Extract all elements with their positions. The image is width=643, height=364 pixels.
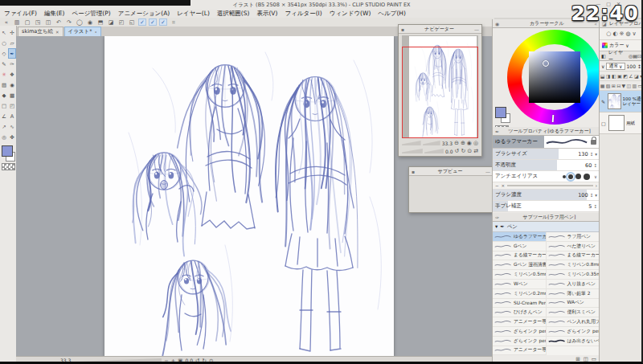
move-layer-tool[interactable]: ✢ (8, 27, 16, 38)
menu-item[interactable]: レイヤー(L) (177, 10, 210, 18)
subtool-item[interactable]: ゆるラフマーカー (493, 232, 547, 242)
text-tool[interactable]: A (8, 111, 16, 121)
canvas-page[interactable] (104, 36, 394, 358)
mask-add-icon[interactable]: ◫ (627, 83, 632, 88)
combine-caret-icon[interactable]: ∨ (601, 63, 604, 69)
opacity-value[interactable]: 60 (585, 162, 592, 169)
subtool-item[interactable]: ざらインク pen (493, 337, 547, 346)
panel-pin-icon[interactable]: ▪ (401, 27, 404, 32)
stabilization-row[interactable]: 手ブレ補正 5 ↕ (493, 201, 600, 212)
navigator-view-rect[interactable] (402, 47, 478, 138)
layer-row-2[interactable]: ▢ 用紙 (600, 112, 643, 134)
subtool-item[interactable]: ミリペン0.5mm (493, 270, 547, 280)
subtool-item[interactable]: はみ出さないペン (547, 337, 600, 346)
brush-density-value[interactable]: 100 (578, 192, 588, 198)
brush-density-row[interactable]: ブラシ濃度 100 ↕ ▾ (493, 190, 600, 201)
subtool-item[interactable]: まる線マーカー濃 (547, 252, 600, 261)
menu-item[interactable]: アニメーション(A) (118, 10, 170, 18)
close-tab-icon[interactable]: • (94, 30, 96, 35)
fill-tool[interactable]: ◆ (0, 90, 8, 100)
snap-special-ruler-button[interactable]: ✓ (149, 18, 157, 26)
blend-mode-select[interactable]: 通常 ∨ (606, 63, 625, 70)
correction-tool[interactable]: ∿ (8, 121, 16, 132)
merge-down-icon[interactable]: ▼ (622, 83, 626, 88)
undo-button[interactable]: ↶ (55, 18, 63, 26)
expression-caret-icon[interactable]: ∨ (625, 43, 629, 48)
subtool-item[interactable]: Gペン (493, 242, 547, 252)
tool-property-tab-icon[interactable]: ✒ (495, 129, 499, 134)
tone-effect-icon[interactable]: ◐ (612, 31, 617, 37)
canvas-fit-button[interactable]: ▣ (178, 358, 182, 364)
lock-icon[interactable] (591, 140, 596, 145)
stepper-icon[interactable]: ↕ (593, 204, 597, 209)
palette-dock-icon[interactable]: ⊡ (637, 53, 641, 59)
collapse-toolbar-icon[interactable]: « (2, 18, 10, 26)
effects-dropdown-icon[interactable]: ∨ (633, 31, 637, 37)
subtool-item[interactable]: ざらインク pen HB (547, 327, 600, 337)
gradient-tool[interactable]: ▩ (8, 90, 16, 100)
layer-thumbnail[interactable] (608, 93, 621, 109)
subtool-item[interactable]: アニメーター専用[7ミリ芯] (493, 317, 547, 327)
subtool-item[interactable]: 薄い鉛筆 2 (547, 289, 600, 299)
panel-menu-icon[interactable]: — (485, 169, 490, 174)
subtool-item[interactable]: 入り抜きペン (547, 280, 600, 289)
sv-selector-dot[interactable] (543, 60, 549, 67)
antialias-strong-button[interactable] (584, 174, 590, 180)
canvas-zoom-out-button[interactable]: − (164, 358, 168, 364)
clear-button[interactable]: ◯ (76, 18, 84, 26)
lock-layer-icon[interactable]: ◧ (612, 73, 616, 79)
group-fold-icon[interactable]: ▾ (495, 223, 498, 230)
frame-border-tool[interactable]: ◰ (8, 100, 16, 111)
navigator-fit-button[interactable]: ◉ (467, 140, 472, 146)
transparent-color-swatch[interactable] (2, 163, 15, 170)
subtool-item[interactable]: Wペン (493, 280, 547, 289)
navigator-zoom-in-button[interactable]: ⊕ (461, 140, 465, 146)
stabilization-value[interactable]: 5 (588, 203, 592, 210)
clip-folder-icon[interactable]: ◩ (623, 73, 628, 79)
menu-item[interactable]: ウィンドウ(W) (330, 10, 371, 18)
canvas-reset-button[interactable]: ⊙ (209, 358, 213, 364)
antialias-middle-button[interactable] (575, 174, 581, 179)
navigator-rotate-right-button[interactable]: ↻ (461, 148, 465, 154)
save-button[interactable]: ◫ (44, 18, 52, 26)
main-color-swatch[interactable] (495, 107, 506, 118)
delete-layer-icon[interactable]: ▭ (638, 83, 643, 88)
ruler-tool[interactable]: ∠ (0, 111, 8, 121)
document-tab[interactable]: イラスト* • (64, 27, 101, 36)
transfer-icon[interactable]: ⊟ (616, 83, 620, 88)
subtool-item[interactable]: WAペン (547, 299, 600, 309)
open-file-button[interactable]: ◳ (34, 18, 42, 26)
navigator-flip-button[interactable]: ⇄ (473, 148, 478, 154)
snap-grid-button[interactable]: ✓ (159, 18, 167, 26)
layer-opacity-value[interactable]: 100 (627, 63, 636, 69)
snap-ruler-button[interactable]: ✓ (138, 18, 146, 26)
canvas-rotate-left-button[interactable]: ↺ (195, 358, 199, 364)
paper-thumbnail[interactable] (608, 115, 625, 131)
document-tab[interactable]: skima立ち絵 ✕ (18, 27, 63, 36)
new-layer-icon[interactable]: ▦ (600, 83, 605, 88)
subtool-group-row[interactable]: ▾ ✒ ペン (493, 222, 600, 232)
navigator-zoom-slider[interactable] (402, 141, 421, 145)
lasso-tool[interactable]: ○ (0, 38, 8, 48)
duplicate-subtool-icon[interactable]: ◫ (584, 356, 588, 362)
border-select-button[interactable]: ◱ (128, 18, 136, 26)
navigator-rotate-slider2[interactable] (424, 149, 444, 153)
saturation-value-square[interactable] (529, 51, 580, 103)
new-folder-icon[interactable]: ⊞ (612, 83, 616, 88)
brush-tool[interactable]: ✑ (8, 59, 16, 69)
pen-tool[interactable]: ✒ (8, 48, 16, 59)
navigator-rotate-left-button[interactable]: ↺ (455, 148, 460, 154)
navigator-zoom-slider2[interactable] (423, 141, 440, 145)
apply-mask-icon[interactable]: ▥ (633, 83, 637, 88)
canvas-zoom-in-button[interactable]: + (171, 358, 175, 364)
workspace-icon[interactable]: ▥ (13, 18, 21, 26)
subtool-item[interactable]: ペン入れ丸用ブラシ (547, 317, 600, 327)
menu-item[interactable]: フィルター(I) (285, 10, 322, 18)
new-vector-icon[interactable]: ▧ (606, 83, 611, 88)
canvas-zoom-slider[interactable] (73, 358, 162, 362)
eyedropper-tool[interactable]: ◇ (0, 48, 8, 59)
mini-close-icon[interactable]: × (502, 183, 506, 188)
subtool-tab-icon[interactable]: ✑ (495, 215, 499, 220)
delete-subtool-icon[interactable]: ▭ (592, 356, 596, 362)
menu-item[interactable]: ページ管理(P) (72, 10, 110, 18)
